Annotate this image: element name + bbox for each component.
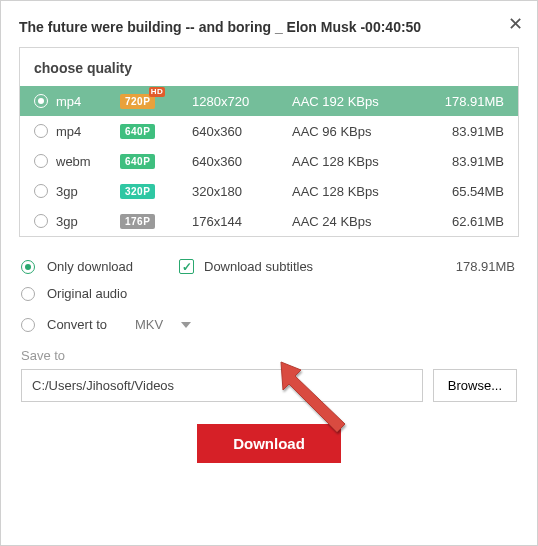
format-label: 3gp (56, 184, 112, 199)
save-to-label: Save to (21, 348, 517, 363)
convert-format-select[interactable]: MKV (123, 313, 203, 336)
resolution-badge: 320P (120, 183, 184, 199)
option-label: Convert to (47, 317, 107, 332)
option-original-audio[interactable]: Original audio (21, 286, 517, 301)
resolution-label: 1280x720 (192, 94, 284, 109)
radio-icon (34, 94, 48, 108)
quality-row[interactable]: mp4 720PHD 1280x720 AAC 192 KBps 178.91M… (20, 86, 518, 116)
resolution-label: 640x360 (192, 154, 284, 169)
format-label: mp4 (56, 124, 112, 139)
audio-label: AAC 192 KBps (292, 94, 416, 109)
radio-icon (34, 154, 48, 168)
radio-icon (21, 287, 35, 301)
radio-icon (34, 124, 48, 138)
resolution-label: 640x360 (192, 124, 284, 139)
format-label: mp4 (56, 94, 112, 109)
options-area: Only download ✓ Download subtitles 178.9… (19, 259, 519, 463)
convert-format-value: MKV (135, 317, 163, 332)
chevron-down-icon (181, 322, 191, 328)
radio-icon (21, 318, 35, 332)
option-label: Only download (47, 259, 133, 274)
page-title: The future were building -- and boring _… (19, 19, 519, 35)
quality-table: mp4 720PHD 1280x720 AAC 192 KBps 178.91M… (20, 86, 518, 236)
resolution-label: 176x144 (192, 214, 284, 229)
close-icon[interactable]: ✕ (508, 13, 523, 35)
audio-label: AAC 128 KBps (292, 154, 416, 169)
audio-label: AAC 128 KBps (292, 184, 416, 199)
radio-icon (34, 184, 48, 198)
audio-label: AAC 96 KBps (292, 124, 416, 139)
resolution-badge: 176P (120, 213, 184, 229)
browse-button[interactable]: Browse... (433, 369, 517, 402)
quality-row[interactable]: 3gp 320P 320x180 AAC 128 KBps 65.54MB (20, 176, 518, 206)
radio-icon (34, 214, 48, 228)
download-button[interactable]: Download (197, 424, 341, 463)
hd-badge: HD (149, 87, 166, 97)
resolution-badge: 720PHD (120, 93, 184, 109)
option-convert-to[interactable]: Convert to MKV (21, 313, 517, 336)
save-path-input[interactable] (21, 369, 423, 402)
resolution-label: 320x180 (192, 184, 284, 199)
format-label: 3gp (56, 214, 112, 229)
quality-row[interactable]: mp4 640P 640x360 AAC 96 KBps 83.91MB (20, 116, 518, 146)
selected-file-size: 178.91MB (456, 259, 515, 274)
quality-header: choose quality (20, 48, 518, 86)
option-label: Original audio (47, 286, 127, 301)
audio-label: AAC 24 KBps (292, 214, 416, 229)
resolution-badge: 640P (120, 123, 184, 139)
quality-row[interactable]: 3gp 176P 176x144 AAC 24 KBps 62.61MB (20, 206, 518, 236)
size-label: 62.61MB (424, 214, 504, 229)
checkbox-download-subtitles[interactable]: ✓ (179, 259, 194, 274)
resolution-badge: 640P (120, 153, 184, 169)
radio-icon (21, 260, 35, 274)
size-label: 65.54MB (424, 184, 504, 199)
quality-panel: choose quality mp4 720PHD 1280x720 AAC 1… (19, 47, 519, 237)
option-only-download[interactable]: Only download ✓ Download subtitles 178.9… (21, 259, 517, 274)
quality-row[interactable]: webm 640P 640x360 AAC 128 KBps 83.91MB (20, 146, 518, 176)
size-label: 178.91MB (424, 94, 504, 109)
format-label: webm (56, 154, 112, 169)
size-label: 83.91MB (424, 124, 504, 139)
download-subtitles-label: Download subtitles (204, 259, 313, 274)
size-label: 83.91MB (424, 154, 504, 169)
